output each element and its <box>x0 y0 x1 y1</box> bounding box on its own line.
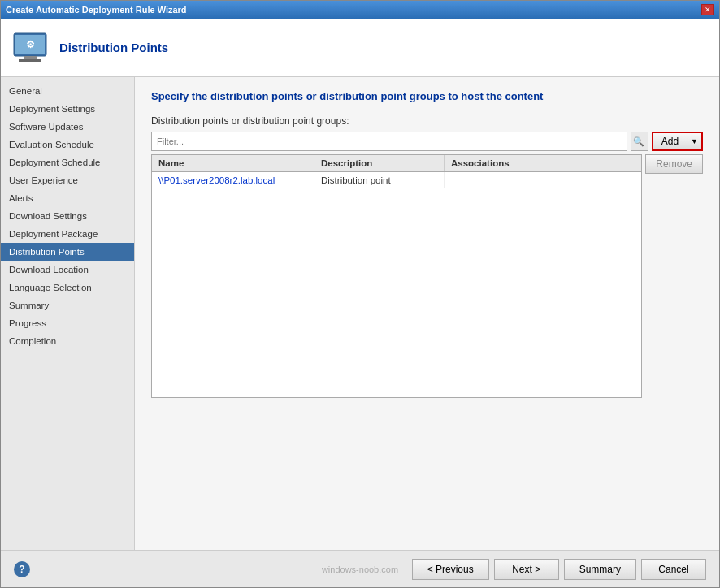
sidebar-item-deployment-schedule[interactable]: Deployment Schedule <box>1 153 134 171</box>
next-button[interactable]: Next > <box>494 559 559 580</box>
row-description: Distribution point <box>314 172 445 188</box>
sidebar-item-language-selection[interactable]: Language Selection <box>1 279 134 296</box>
footer: ? windows-noob.com < Previous Next > Sum… <box>1 550 719 587</box>
distribution-table: Name Description Associations \\P01.serv… <box>151 154 642 398</box>
sidebar-item-summary[interactable]: Summary <box>1 296 134 314</box>
wizard-window: Create Automatic Deployment Rule Wizard … <box>0 0 720 588</box>
add-button-group: Add ▼ <box>652 132 703 151</box>
section-label: Distribution points or distribution poin… <box>151 115 703 127</box>
add-button[interactable]: Add <box>653 133 687 149</box>
sidebar-item-user-experience[interactable]: User Experience <box>1 171 134 189</box>
sidebar-item-evaluation-schedule[interactable]: Evaluation Schedule <box>1 136 134 153</box>
content-area: Specify the distribution points or distr… <box>135 77 719 550</box>
previous-button[interactable]: < Previous <box>412 559 489 580</box>
help-button[interactable]: ? <box>14 561 30 577</box>
sidebar-item-download-location[interactable]: Download Location <box>1 261 134 279</box>
content-title: Specify the distribution points or distr… <box>151 90 703 102</box>
sidebar: GeneralDeployment SettingsSoftware Updat… <box>1 77 135 550</box>
add-dropdown-button[interactable]: ▼ <box>687 133 701 149</box>
wizard-icon: ⚙ <box>11 28 50 67</box>
remove-button[interactable]: Remove <box>645 154 703 174</box>
main-content: GeneralDeployment SettingsSoftware Updat… <box>1 77 719 550</box>
svg-text:⚙: ⚙ <box>26 39 35 50</box>
summary-button[interactable]: Summary <box>564 559 636 580</box>
sidebar-item-progress[interactable]: Progress <box>1 314 134 332</box>
wizard-header: ⚙ Distribution Points <box>1 19 719 77</box>
col-header-associations: Associations <box>445 155 641 171</box>
row-associations <box>445 172 641 188</box>
svg-rect-3 <box>19 59 41 62</box>
col-header-name: Name <box>152 155 314 171</box>
close-button[interactable]: ✕ <box>701 4 714 15</box>
window-title: Create Automatic Deployment Rule Wizard <box>6 5 187 15</box>
header-title: Distribution Points <box>59 41 168 54</box>
cancel-button[interactable]: Cancel <box>641 559 706 580</box>
filter-row: 🔍 Add ▼ <box>151 132 703 151</box>
watermark: windows-noob.com <box>322 564 398 574</box>
svg-rect-2 <box>24 56 37 59</box>
sidebar-item-download-settings[interactable]: Download Settings <box>1 207 134 225</box>
sidebar-item-completion[interactable]: Completion <box>1 332 134 350</box>
title-bar: Create Automatic Deployment Rule Wizard … <box>1 1 719 19</box>
footer-buttons: < Previous Next > Summary Cancel <box>412 559 706 580</box>
sidebar-item-general[interactable]: General <box>1 82 134 100</box>
sidebar-item-distribution-points[interactable]: Distribution Points <box>1 243 134 261</box>
sidebar-item-deployment-package[interactable]: Deployment Package <box>1 225 134 243</box>
row-name: \\P01.server2008r2.lab.local <box>152 172 314 188</box>
sidebar-item-software-updates[interactable]: Software Updates <box>1 118 134 136</box>
sidebar-item-deployment-settings[interactable]: Deployment Settings <box>1 100 134 118</box>
table-row[interactable]: \\P01.server2008r2.lab.local Distributio… <box>152 172 641 188</box>
search-icon: 🔍 <box>631 132 648 151</box>
table-header: Name Description Associations <box>152 155 641 172</box>
sidebar-item-alerts[interactable]: Alerts <box>1 189 134 207</box>
col-header-description: Description <box>314 155 445 171</box>
filter-input[interactable] <box>151 132 627 151</box>
